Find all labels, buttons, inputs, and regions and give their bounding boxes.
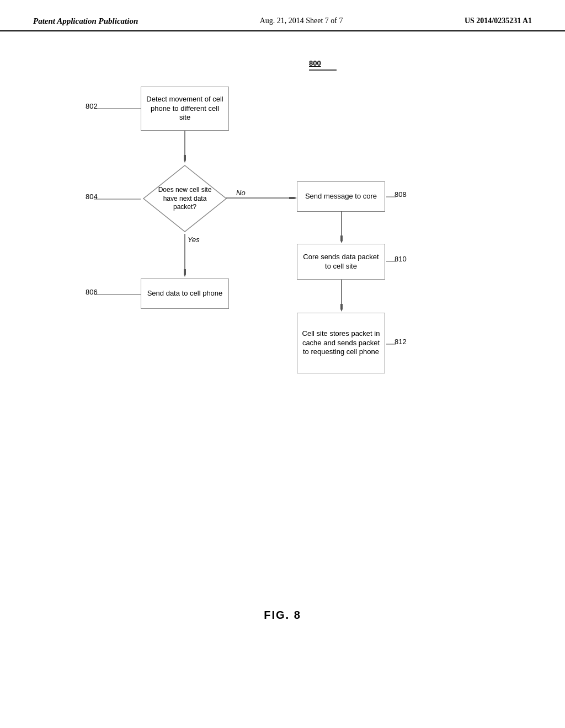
figure-caption: FIG. 8	[264, 609, 301, 622]
ref-810-line	[386, 260, 397, 263]
no-label: No	[236, 189, 246, 197]
svg-marker-3	[184, 155, 186, 163]
node-812-text: Cell site stores packet in cache and sen…	[302, 329, 380, 357]
node-804-text: Does new cell site have next data packet…	[154, 186, 215, 212]
node-806-box: Send data to cell phone	[141, 279, 229, 309]
header-left: Patent Application Publication	[33, 17, 138, 26]
header-right: US 2014/0235231 A1	[465, 17, 532, 25]
ref-808-line	[386, 196, 397, 198]
node-806-text: Send data to cell phone	[147, 289, 223, 298]
node-804-diamond: Does new cell site have next data packet…	[141, 163, 229, 234]
node-802-box: Detect movement of cell phone to differe…	[141, 87, 229, 131]
title-underline	[306, 58, 339, 74]
arrow-808-to-810	[340, 211, 343, 244]
page-header: Patent Application Publication Aug. 21, …	[0, 0, 565, 31]
svg-marker-9	[184, 269, 186, 277]
ref-812-line	[386, 343, 397, 345]
arrow-no	[226, 197, 298, 199]
arrow-810-to-812	[340, 280, 343, 313]
svg-marker-13	[340, 235, 343, 243]
node-802-text: Detect movement of cell phone to differe…	[146, 95, 224, 123]
svg-marker-16	[340, 304, 343, 312]
node-808-box: Send message to core	[297, 181, 385, 212]
node-808-text: Send message to core	[305, 192, 377, 201]
header-center: Aug. 21, 2014 Sheet 7 of 7	[260, 17, 343, 25]
svg-marker-7	[289, 197, 297, 199]
node-810-text: Core sends data packet to cell site	[302, 253, 380, 271]
yes-label: Yes	[188, 235, 200, 244]
arrow-yes	[184, 234, 186, 278]
ref-806-arrow	[94, 293, 143, 296]
ref-804-arrow	[94, 198, 143, 200]
node-812-box: Cell site stores packet in cache and sen…	[297, 313, 385, 373]
arrow-802-to-804	[184, 131, 186, 164]
ref-802-arrow	[94, 108, 143, 110]
node-810-box: Core sends data packet to cell site	[297, 244, 385, 280]
diagram-area: 800 Detect movement of cell phone to dif…	[0, 42, 565, 677]
